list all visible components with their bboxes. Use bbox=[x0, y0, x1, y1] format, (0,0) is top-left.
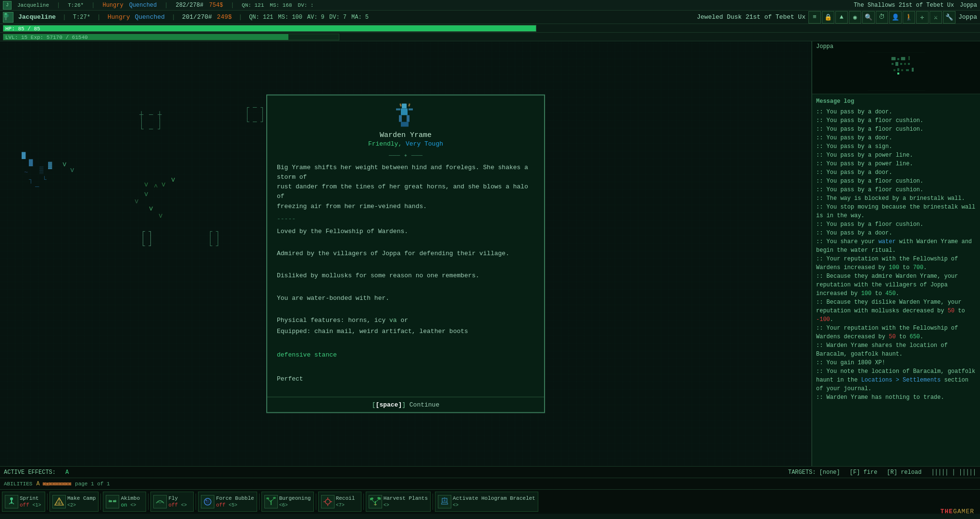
npc-sprite bbox=[394, 103, 418, 127]
akimbo-label: Akimbo bbox=[121, 495, 140, 502]
msg-12: :: You stop moving because the brinestal… bbox=[816, 203, 976, 220]
dialog-footer: [[space]] Continue bbox=[267, 396, 544, 412]
hotbar-akimbo[interactable]: Akimbo on <> bbox=[103, 492, 146, 512]
ms-top: MS: 168 bbox=[270, 2, 292, 8]
eye-icon[interactable]: ◉ bbox=[849, 11, 861, 24]
makecamp-icon bbox=[52, 495, 66, 508]
svg-rect-4 bbox=[402, 104, 407, 109]
search-icon[interactable]: 🔍 bbox=[862, 11, 875, 24]
reload-key[interactable]: [R] reload bbox=[887, 469, 921, 476]
exp-bar-text: LVL: 15 Exp: 57170 / 61540 bbox=[5, 34, 88, 41]
exp-bar-container: LVL: 15 Exp: 57170 / 61540 bbox=[0, 33, 980, 41]
msg-2: :: You pass by a floor cushion. bbox=[816, 116, 976, 125]
hotbar-recoil[interactable]: Recoil <7> bbox=[318, 492, 361, 512]
hologram-key: <> bbox=[453, 503, 459, 508]
harvestplants-label: Harvest Plants bbox=[384, 495, 428, 502]
hp-bar-container: HP: 85 / 85 bbox=[0, 24, 980, 33]
forcebubble-label: Force Bubble bbox=[216, 495, 254, 502]
avatar bbox=[3, 12, 13, 23]
hp-top: 282/278# bbox=[175, 2, 203, 9]
dialog-trait2: Admired by the villagers of Joppa for de… bbox=[277, 249, 534, 259]
msg-4: :: You pass by a door. bbox=[816, 134, 976, 142]
hp-bar: HP: 85 / 85 bbox=[3, 25, 536, 32]
forcebubble-key: <5> bbox=[229, 503, 237, 508]
ms-stats: MS: 100 bbox=[278, 14, 302, 21]
svg-point-45 bbox=[206, 500, 207, 501]
continue-button[interactable]: [[space]] Continue bbox=[372, 401, 439, 408]
t-val-stats: T:27* bbox=[73, 14, 90, 21]
msg-14: :: You pass by a door. bbox=[816, 229, 976, 237]
menu-icon[interactable]: ≡ bbox=[808, 11, 821, 24]
hotbar-fly[interactable]: Fly off <> bbox=[150, 492, 194, 512]
hotbar-harvestplants[interactable]: Harvest Plants <> bbox=[366, 492, 431, 512]
cross-icon[interactable]: ✛ bbox=[916, 11, 929, 24]
harvestplants-icon bbox=[369, 495, 382, 508]
hotbar-sep-2 bbox=[100, 494, 101, 510]
walk-icon[interactable]: 🚶 bbox=[903, 11, 915, 24]
akimbo-state: on bbox=[121, 502, 127, 508]
npc-name: Warden Yrame bbox=[277, 131, 534, 139]
qn-top: QN: 121 bbox=[242, 2, 264, 8]
message-log-header: Message log bbox=[816, 97, 976, 106]
hotbar-sep-8 bbox=[433, 494, 433, 510]
sword-icon[interactable]: ⚔ bbox=[930, 11, 942, 24]
svg-rect-23 bbox=[908, 63, 910, 65]
svg-rect-26 bbox=[901, 69, 903, 71]
fly-state: off bbox=[168, 502, 178, 508]
gold-stats: 249$ bbox=[217, 13, 232, 21]
svg-rect-16 bbox=[897, 58, 899, 60]
burgeoning-key: <6> bbox=[279, 503, 288, 508]
clock-icon[interactable]: ⏱ bbox=[876, 11, 888, 24]
t-val-top: T:26* bbox=[68, 2, 84, 8]
svg-rect-17 bbox=[901, 57, 905, 60]
status-friendly: Friendly, bbox=[368, 140, 402, 148]
recoil-label: Recoil bbox=[336, 495, 355, 502]
abilities-page: page 1 of 1 bbox=[75, 481, 110, 487]
dialog-water-bond: You are water-bonded with her. bbox=[277, 293, 534, 303]
svg-rect-41 bbox=[109, 500, 110, 501]
hotbar-hologram[interactable]: Activate Hologram Bracelet <> bbox=[435, 492, 538, 512]
forcebubble-state: off bbox=[216, 502, 225, 508]
svg-rect-28 bbox=[912, 68, 914, 72]
burgeoning-icon bbox=[264, 495, 278, 508]
svg-rect-18 bbox=[908, 56, 910, 60]
msg-8: :: You pass by a door. bbox=[816, 168, 976, 177]
svg-rect-25 bbox=[897, 68, 899, 71]
fire-key[interactable]: [F] fire bbox=[850, 469, 878, 476]
person-icon[interactable]: 👤 bbox=[889, 11, 902, 24]
hotbar: Sprint off <1> Make Camp <2> bbox=[0, 490, 980, 514]
dialog-body: Big Yrame shifts her weight between hind… bbox=[277, 163, 534, 384]
right-panel: Joppa bbox=[812, 41, 980, 466]
msg-9: :: You pass by a floor cushion. bbox=[816, 177, 976, 185]
lock-icon[interactable]: 🔒 bbox=[822, 11, 834, 24]
dv-stats: DV: 7 bbox=[329, 14, 347, 21]
svg-point-62 bbox=[444, 499, 446, 501]
hotbar-sep-1 bbox=[47, 494, 48, 510]
svg-line-61 bbox=[447, 502, 448, 504]
stats-bar: Jacqueline | T:27* | Hungry Quenched | 2… bbox=[0, 11, 980, 24]
hotbar-sep-4 bbox=[196, 494, 196, 510]
place-stats: Joppa bbox=[958, 13, 977, 21]
char-name-top: Jacqueline bbox=[17, 2, 49, 8]
bottom-area: ACTIVE EFFECTS: A TARGETS: [none] [F] fi… bbox=[0, 466, 980, 514]
msg-19: :: Your reputation with the Fellowship o… bbox=[816, 324, 976, 341]
tool-icon[interactable]: 🔧 bbox=[943, 11, 955, 24]
hotbar-forcebubble[interactable]: Force Bubble off <5> bbox=[198, 492, 257, 512]
msg-7: :: You pass by a power line. bbox=[816, 160, 976, 168]
forcebubble-icon bbox=[201, 495, 214, 508]
svg-rect-19 bbox=[892, 63, 893, 65]
hologram-icon bbox=[438, 495, 451, 508]
hotbar-makecamp[interactable]: Make Camp <2> bbox=[50, 492, 99, 512]
sprint-icon bbox=[5, 495, 18, 508]
hotbar-sep-7 bbox=[363, 494, 364, 510]
shield-icon[interactable]: ▲ bbox=[835, 11, 848, 24]
msg-10: :: You pass by a floor cushion. bbox=[816, 185, 976, 194]
hotbar-sprint[interactable]: Sprint off <1> bbox=[2, 492, 45, 512]
npc-status: Friendly, Very Tough bbox=[277, 140, 534, 148]
svg-rect-13 bbox=[409, 109, 413, 111]
game-viewport[interactable]: █ █ ▓ ▒ ~ v v v ^ v v v v v v ┐ ─ └ ┼ ─ … bbox=[0, 41, 812, 466]
hotbar-burgeoning[interactable]: Burgeoning <6> bbox=[261, 492, 314, 512]
akimbo-key: <> bbox=[130, 503, 136, 508]
recoil-icon bbox=[321, 495, 335, 508]
recoil-key: <7> bbox=[336, 503, 345, 508]
